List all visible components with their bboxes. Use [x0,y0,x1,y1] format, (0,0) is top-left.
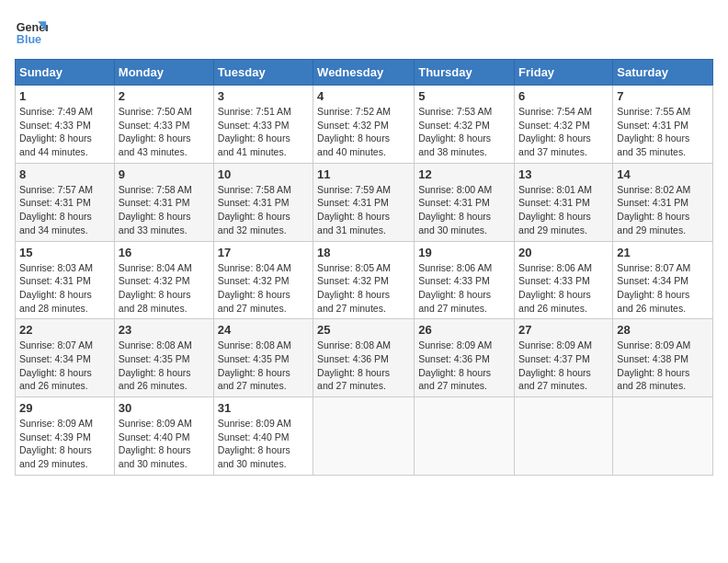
calendar-week-row: 8 Sunrise: 7:57 AM Sunset: 4:31 PM Dayli… [16,163,713,241]
calendar-cell: 4 Sunrise: 7:52 AM Sunset: 4:32 PM Dayli… [313,86,415,164]
day-info: Sunrise: 8:09 AM Sunset: 4:40 PM Dayligh… [119,417,210,471]
col-header-sunday: Sunday [16,60,115,86]
calendar-cell: 7 Sunrise: 7:55 AM Sunset: 4:31 PM Dayli… [613,86,713,164]
day-info: Sunrise: 8:04 AM Sunset: 4:32 PM Dayligh… [218,261,309,316]
day-info: Sunrise: 7:52 AM Sunset: 4:32 PM Dayligh… [317,105,410,159]
day-number: 14 [617,167,709,181]
day-number: 5 [418,89,510,103]
calendar-cell: 11 Sunrise: 7:59 AM Sunset: 4:31 PM Dayl… [313,163,415,241]
day-number: 24 [218,323,309,337]
day-info: Sunrise: 7:57 AM Sunset: 4:31 PM Dayligh… [19,183,110,237]
day-info: Sunrise: 8:00 AM Sunset: 4:31 PM Dayligh… [418,183,510,237]
day-info: Sunrise: 8:03 AM Sunset: 4:31 PM Dayligh… [19,261,110,316]
page-header: General Blue [15,15,713,48]
day-number: 7 [617,89,709,103]
day-info: Sunrise: 8:09 AM Sunset: 4:40 PM Dayligh… [218,417,309,471]
calendar-table: SundayMondayTuesdayWednesdayThursdayFrid… [15,59,713,476]
calendar-cell: 13 Sunrise: 8:01 AM Sunset: 4:31 PM Dayl… [515,163,613,241]
calendar-cell: 26 Sunrise: 8:09 AM Sunset: 4:36 PM Dayl… [415,319,515,397]
day-info: Sunrise: 7:53 AM Sunset: 4:32 PM Dayligh… [418,105,510,159]
calendar-cell: 19 Sunrise: 8:06 AM Sunset: 4:33 PM Dayl… [415,241,515,319]
calendar-cell: 21 Sunrise: 8:07 AM Sunset: 4:34 PM Dayl… [613,241,713,319]
day-number: 27 [518,323,609,337]
calendar-cell: 14 Sunrise: 8:02 AM Sunset: 4:31 PM Dayl… [613,163,713,241]
day-number: 23 [119,323,210,337]
day-number: 12 [418,167,510,181]
calendar-cell: 27 Sunrise: 8:09 AM Sunset: 4:37 PM Dayl… [515,319,613,397]
day-info: Sunrise: 8:01 AM Sunset: 4:31 PM Dayligh… [518,183,609,237]
calendar-cell [313,397,415,476]
calendar-cell: 30 Sunrise: 8:09 AM Sunset: 4:40 PM Dayl… [114,397,213,476]
col-header-tuesday: Tuesday [213,60,313,86]
day-number: 21 [617,246,709,259]
day-info: Sunrise: 8:09 AM Sunset: 4:39 PM Dayligh… [19,417,110,471]
calendar-cell [515,397,613,476]
day-info: Sunrise: 8:09 AM Sunset: 4:38 PM Dayligh… [617,339,709,393]
calendar-week-row: 22 Sunrise: 8:07 AM Sunset: 4:34 PM Dayl… [16,319,713,397]
day-info: Sunrise: 8:02 AM Sunset: 4:31 PM Dayligh… [617,183,709,237]
day-number: 10 [218,167,309,181]
svg-text:Blue: Blue [17,33,41,46]
calendar-cell: 12 Sunrise: 8:00 AM Sunset: 4:31 PM Dayl… [415,163,515,241]
day-info: Sunrise: 7:54 AM Sunset: 4:32 PM Dayligh… [518,105,609,159]
day-number: 11 [317,167,410,181]
day-number: 13 [518,167,609,181]
day-number: 16 [119,246,210,259]
day-number: 6 [518,89,609,103]
day-info: Sunrise: 7:58 AM Sunset: 4:31 PM Dayligh… [119,183,210,237]
day-info: Sunrise: 8:08 AM Sunset: 4:35 PM Dayligh… [119,339,210,393]
day-number: 1 [19,89,110,103]
calendar-week-row: 15 Sunrise: 8:03 AM Sunset: 4:31 PM Dayl… [16,241,713,319]
day-info: Sunrise: 8:07 AM Sunset: 4:34 PM Dayligh… [19,339,110,393]
day-info: Sunrise: 8:04 AM Sunset: 4:32 PM Dayligh… [119,261,210,316]
day-number: 2 [119,89,210,103]
day-info: Sunrise: 8:05 AM Sunset: 4:32 PM Dayligh… [317,261,410,316]
day-info: Sunrise: 7:51 AM Sunset: 4:33 PM Dayligh… [218,105,309,159]
day-number: 8 [19,167,110,181]
logo-icon: General Blue [15,15,48,48]
calendar-cell: 15 Sunrise: 8:03 AM Sunset: 4:31 PM Dayl… [16,241,115,319]
day-number: 19 [418,246,510,259]
day-number: 3 [218,89,309,103]
calendar-cell: 9 Sunrise: 7:58 AM Sunset: 4:31 PM Dayli… [114,163,213,241]
calendar-week-row: 29 Sunrise: 8:09 AM Sunset: 4:39 PM Dayl… [16,397,713,476]
day-number: 22 [19,323,110,337]
calendar-cell: 18 Sunrise: 8:05 AM Sunset: 4:32 PM Dayl… [313,241,415,319]
calendar-header-row: SundayMondayTuesdayWednesdayThursdayFrid… [16,60,713,86]
day-info: Sunrise: 8:07 AM Sunset: 4:34 PM Dayligh… [617,261,709,316]
col-header-saturday: Saturday [613,60,713,86]
calendar-cell: 28 Sunrise: 8:09 AM Sunset: 4:38 PM Dayl… [613,319,713,397]
calendar-cell: 1 Sunrise: 7:49 AM Sunset: 4:33 PM Dayli… [16,86,115,164]
day-info: Sunrise: 7:55 AM Sunset: 4:31 PM Dayligh… [617,105,709,159]
calendar-cell: 16 Sunrise: 8:04 AM Sunset: 4:32 PM Dayl… [114,241,213,319]
col-header-monday: Monday [114,60,213,86]
day-info: Sunrise: 8:06 AM Sunset: 4:33 PM Dayligh… [418,261,510,316]
col-header-wednesday: Wednesday [313,60,415,86]
day-number: 18 [317,246,410,259]
day-info: Sunrise: 7:58 AM Sunset: 4:31 PM Dayligh… [218,183,309,237]
calendar-cell [415,397,515,476]
calendar-cell: 31 Sunrise: 8:09 AM Sunset: 4:40 PM Dayl… [213,397,313,476]
calendar-cell: 10 Sunrise: 7:58 AM Sunset: 4:31 PM Dayl… [213,163,313,241]
calendar-cell: 25 Sunrise: 8:08 AM Sunset: 4:36 PM Dayl… [313,319,415,397]
calendar-cell [613,397,713,476]
day-number: 28 [617,323,709,337]
day-number: 29 [19,401,110,415]
day-number: 26 [418,323,510,337]
day-number: 30 [119,401,210,415]
calendar-cell: 8 Sunrise: 7:57 AM Sunset: 4:31 PM Dayli… [16,163,115,241]
calendar-cell: 20 Sunrise: 8:06 AM Sunset: 4:33 PM Dayl… [515,241,613,319]
day-number: 17 [218,246,309,259]
day-number: 15 [19,246,110,259]
day-info: Sunrise: 8:06 AM Sunset: 4:33 PM Dayligh… [518,261,609,316]
day-info: Sunrise: 8:08 AM Sunset: 4:35 PM Dayligh… [218,339,309,393]
day-info: Sunrise: 7:59 AM Sunset: 4:31 PM Dayligh… [317,183,410,237]
calendar-cell: 3 Sunrise: 7:51 AM Sunset: 4:33 PM Dayli… [213,86,313,164]
day-info: Sunrise: 8:08 AM Sunset: 4:36 PM Dayligh… [317,339,410,393]
calendar-cell: 24 Sunrise: 8:08 AM Sunset: 4:35 PM Dayl… [213,319,313,397]
calendar-cell: 5 Sunrise: 7:53 AM Sunset: 4:32 PM Dayli… [415,86,515,164]
calendar-cell: 2 Sunrise: 7:50 AM Sunset: 4:33 PM Dayli… [114,86,213,164]
day-info: Sunrise: 8:09 AM Sunset: 4:37 PM Dayligh… [518,339,609,393]
col-header-thursday: Thursday [415,60,515,86]
day-number: 20 [518,246,609,259]
